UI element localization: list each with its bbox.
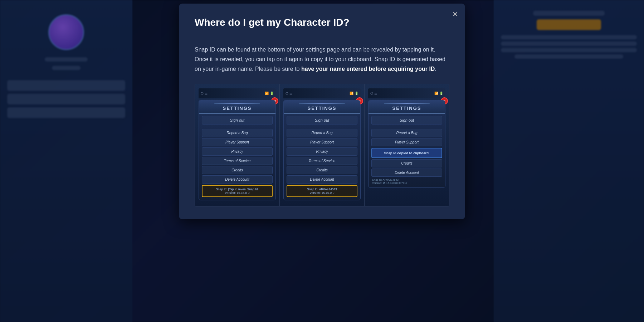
- version-text-2: Version: 15.15.0-0: [290, 191, 354, 195]
- snap-id-box-2[interactable]: Snap Id: AR0As14543 Version: 15.15.0-0: [287, 185, 357, 197]
- settings-item-privacy-2[interactable]: Privacy: [287, 147, 357, 156]
- snap-id-text-1: Snap Id: [Tap to reveal Snap Id]: [205, 187, 269, 191]
- settings-item-credits-1[interactable]: Credits: [202, 166, 273, 174]
- settings-item-deleteaccount-1[interactable]: Delete Account: [202, 175, 273, 184]
- settings-item-signout-1[interactable]: Sign out: [202, 116, 273, 125]
- topbar-left-icons-3: ⬡ ☰: [370, 92, 377, 95]
- snap-id-copied-tooltip: Snap Id copied to clipboard.: [371, 148, 442, 158]
- topbar-right-icons-2: 📶 🔋: [350, 92, 358, 95]
- modal-overlay: × Where do I get my Character ID? Snap I…: [0, 0, 644, 322]
- snap-id-text-3: Snap Id: AR0As14543: [372, 178, 441, 181]
- snap-id-box-1[interactable]: Snap Id: [Tap to reveal Snap Id] Version…: [202, 185, 273, 197]
- settings-item-bug-2[interactable]: Report a Bug: [287, 129, 357, 137]
- snap-id-text-2: Snap Id: AR0As14543: [290, 187, 354, 191]
- topbar-right-icons: 📶 🔋: [265, 92, 274, 95]
- topbar-right-icons-3: 📶 🔋: [434, 92, 443, 95]
- version-text-1: Version: 15.15.0-0: [205, 191, 269, 195]
- settings-header-1: Settings: [199, 100, 275, 114]
- topbar-left-icons: ⬡ ☰: [201, 92, 208, 95]
- version-text-3: Version: 15.15.0-0087387417: [372, 181, 441, 185]
- settings-item-privacy-1[interactable]: Privacy: [202, 147, 273, 156]
- screenshot-panel-1: ⬡ ☰ 📶 🔋 × Settings Sign out Report a Bug…: [195, 84, 280, 206]
- settings-title-1: Settings: [199, 106, 275, 111]
- game-topbar-2: ⬡ ☰ 📶 🔋: [283, 88, 361, 98]
- settings-panel-3: × Settings Sign out Report a Bug Player …: [368, 100, 445, 188]
- settings-item-support-3[interactable]: Player Support: [371, 138, 442, 146]
- settings-item-bug-3[interactable]: Report a Bug: [371, 129, 442, 137]
- settings-header-bar-2: [299, 103, 345, 104]
- game-topbar-3: ⬡ ☰ 📶 🔋: [368, 88, 445, 98]
- settings-item-credits-2[interactable]: Credits: [287, 166, 357, 174]
- settings-item-support-2[interactable]: Player Support: [287, 138, 357, 146]
- game-topbar-1: ⬡ ☰ 📶 🔋: [199, 88, 276, 98]
- topbar-left-icons-2: ⬡ ☰: [286, 92, 292, 95]
- settings-title-2: Settings: [284, 106, 360, 111]
- body-text-end: .: [435, 66, 436, 72]
- screenshots-row: ⬡ ☰ 📶 🔋 × Settings Sign out Report a Bug…: [195, 84, 449, 206]
- screenshot-panel-2: ⬡ ☰ 📶 🔋 × Settings Sign out Report a Bug…: [280, 84, 365, 206]
- settings-item-deleteaccount-3[interactable]: Delete Account: [371, 169, 442, 177]
- modal-close-button[interactable]: ×: [453, 9, 458, 19]
- settings-item-credits-3[interactable]: Credits: [371, 159, 442, 167]
- settings-title-3: Settings: [369, 106, 445, 111]
- settings-item-signout-2[interactable]: Sign out: [287, 116, 357, 125]
- modal-body-text: Snap ID can be found at the bottom of yo…: [195, 45, 449, 74]
- settings-item-bug-1[interactable]: Report a Bug: [202, 129, 273, 137]
- character-id-modal: × Where do I get my Character ID? Snap I…: [179, 4, 465, 219]
- body-text-bold: have your name entered before acquiring …: [301, 66, 435, 72]
- screenshot-panel-3: ⬡ ☰ 📶 🔋 × Settings Sign out Report a Bug…: [365, 84, 449, 206]
- settings-header-bar-3: [384, 103, 430, 104]
- settings-header-2: Settings: [284, 100, 360, 114]
- modal-title: Where do I get my Character ID?: [195, 16, 449, 29]
- settings-panel-2: × Settings Sign out Report a Bug Player …: [283, 100, 361, 200]
- modal-divider: [195, 36, 449, 36]
- settings-item-signout-3[interactable]: Sign out: [371, 116, 442, 125]
- settings-item-support-1[interactable]: Player Support: [202, 138, 273, 146]
- settings-item-tos-1[interactable]: Terms of Service: [202, 157, 273, 165]
- snap-id-version-3: Snap Id: AR0As14543 Version: 15.15.0-008…: [371, 178, 442, 185]
- settings-item-deleteaccount-2[interactable]: Delete Account: [287, 175, 357, 184]
- settings-header-bar-1: [214, 103, 260, 104]
- settings-item-tos-2[interactable]: Terms of Service: [287, 157, 357, 165]
- settings-panel-1: × Settings Sign out Report a Bug Player …: [199, 100, 276, 200]
- settings-header-3: Settings: [369, 100, 445, 114]
